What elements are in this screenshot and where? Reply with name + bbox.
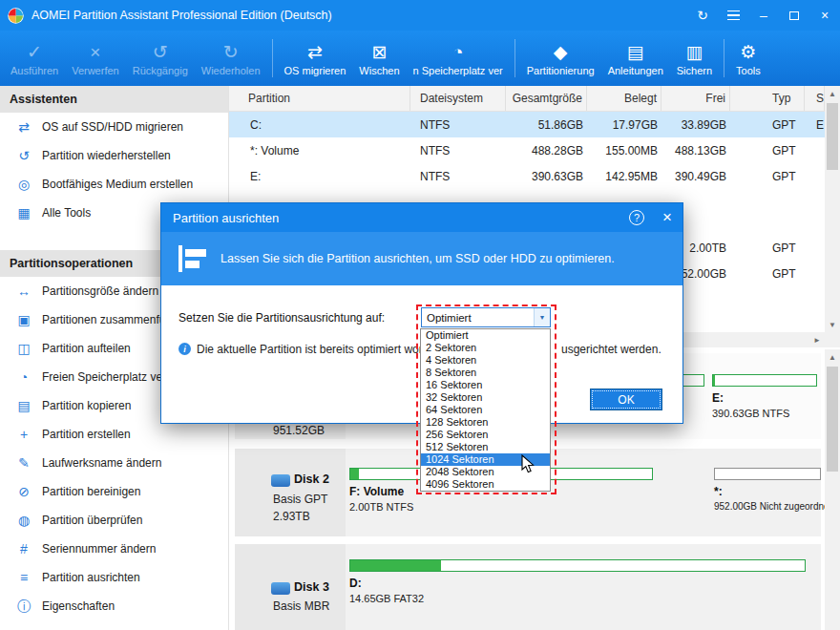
column-header-filesystem[interactable]: Dateisystem: [410, 86, 506, 111]
sidebar-item-create-partition[interactable]: + Partition erstellen: [0, 420, 228, 449]
toolbar-apply-button[interactable]: ✓ Ausführen: [4, 32, 65, 84]
app-logo: [8, 8, 24, 24]
disk-icon: [271, 474, 290, 487]
scrollbar-thumb[interactable]: [827, 103, 838, 170]
column-header-total-size[interactable]: Gesamtgröße: [506, 86, 587, 111]
apply-icon: ✓: [27, 41, 42, 63]
disk-area-vertical-scrollbar[interactable]: ▲: [825, 349, 840, 630]
dialog-close-icon[interactable]: ×: [652, 203, 682, 232]
partition-box-unallocated[interactable]: *: 952.00GB Nicht zugeordnet: [714, 468, 821, 512]
dropdown-option[interactable]: 128 Sektoren: [421, 416, 550, 429]
dropdown-option[interactable]: 4096 Sektoren: [421, 478, 550, 491]
dialog-title: Partition ausrichten: [173, 211, 279, 225]
sidebar-item-change-serial-number[interactable]: # Seriennummer ändern: [0, 535, 228, 563]
disk-size: 951.52GB: [273, 424, 325, 437]
tutorials-icon: ▤: [627, 41, 644, 63]
toolbar-backup-button[interactable]: ▥ Sichern: [670, 32, 719, 84]
table-row[interactable]: E: NTFS 390.63GB 142.95MB 390.49GB GPT: [229, 163, 825, 189]
partition-box-e[interactable]: E: 390.63GB NTFS: [712, 374, 817, 419]
dropdown-option[interactable]: 512 Sektoren: [421, 441, 550, 453]
column-header-free[interactable]: Frei: [662, 86, 730, 111]
column-header-used[interactable]: Belegt: [587, 86, 662, 111]
menu-icon[interactable]: [718, 0, 748, 31]
partition-box-d[interactable]: D: 14.65GB FAT32: [349, 559, 806, 604]
toolbar-redo-button[interactable]: ↻ Wiederholen: [195, 32, 267, 84]
close-button[interactable]: ×: [809, 0, 840, 31]
partition-bar: [714, 468, 821, 480]
toolbar-undo-button[interactable]: ↺ Rückgängig: [126, 32, 195, 84]
sidebar-item-restore-partition[interactable]: ↺ Partition wiederherstellen: [0, 141, 228, 170]
toolbar-allocate-space-button[interactable]: ◔ n Speicherplatz ver: [407, 32, 510, 84]
help-icon[interactable]: ?: [629, 210, 644, 225]
toolbar-separator: [724, 39, 724, 77]
resize-partition-icon: ↔: [15, 283, 32, 300]
dropdown-option[interactable]: 16 Sektoren: [421, 379, 550, 391]
dropdown-option[interactable]: 4 Sektoren: [421, 354, 550, 367]
dropdown-option[interactable]: 2 Sektoren: [421, 342, 550, 354]
window-controls: ↻ – ×: [687, 0, 840, 31]
scroll-up-icon[interactable]: ▲: [825, 86, 840, 101]
dropdown-option[interactable]: Optimiert: [421, 329, 550, 342]
sidebar-item-migrate-os[interactable]: ⇄ OS auf SSD/HDD migrieren: [0, 113, 228, 141]
sidebar-item-properties[interactable]: ⓘ Eigenschaften: [0, 592, 228, 620]
disk-partitions: D: 14.65GB FAT32: [346, 544, 821, 630]
sidebar-item-align-partition[interactable]: ≡ Partition ausrichten: [0, 563, 228, 592]
wipe-icon: ⊠: [371, 41, 387, 63]
dialog-banner: Lassen Sie sich die Partition ausrichten…: [161, 232, 682, 285]
scroll-right-icon[interactable]: ►: [809, 332, 825, 347]
toolbar-discard-button[interactable]: × Verwerfen: [65, 32, 126, 84]
redo-icon: ↻: [223, 41, 239, 63]
sidebar-item-wipe-partition[interactable]: ⊘ Partition bereinigen: [0, 477, 228, 506]
table-row[interactable]: *: Volume NTFS 488.28GB 155.00MB 488.13G…: [229, 137, 825, 163]
toolbar-tools-button[interactable]: ⚙ Tools: [729, 32, 767, 84]
column-header-type[interactable]: Typ: [730, 86, 805, 111]
migrate-os-icon: ⇄: [15, 118, 32, 136]
table-vertical-scrollbar[interactable]: ▲ ▼: [825, 86, 840, 332]
info-text-right: usgerichtet werden.: [561, 343, 662, 356]
dropdown-option[interactable]: 256 Sektoren: [421, 429, 550, 441]
ok-button[interactable]: OK: [590, 388, 662, 410]
sidebar-item-bootable-media[interactable]: ◎ Bootfähiges Medium erstellen: [0, 170, 228, 199]
all-tools-icon: ▦: [15, 204, 32, 221]
sidebar-item-check-partition[interactable]: ◍ Partition überprüfen: [0, 506, 228, 535]
dropdown-option[interactable]: 2048 Sektoren: [421, 466, 550, 478]
dropdown-option[interactable]: 32 Sektoren: [421, 391, 550, 404]
dropdown-option-selected[interactable]: 1024 Sektoren: [421, 453, 550, 466]
split-partition-icon: ◫: [15, 340, 32, 357]
scroll-up-icon[interactable]: ▲: [825, 349, 840, 365]
allocate-free-space-icon: ◔: [15, 368, 32, 386]
disk-size: 2.93TB: [273, 510, 310, 523]
toolbar-tutorials-button[interactable]: ▤ Anleitungen: [601, 32, 670, 84]
dropdown-value: Optimiert: [422, 312, 534, 324]
properties-icon: ⓘ: [15, 598, 32, 615]
toolbar-separator: [514, 39, 515, 77]
tools-icon: ⚙: [740, 41, 756, 63]
wipe-partition-icon: ⊘: [15, 483, 32, 500]
minimize-button[interactable]: –: [748, 0, 779, 31]
window-title: AOMEI Partition Assistant Professional E…: [32, 9, 332, 22]
table-row[interactable]: C: NTFS 51.86GB 17.97GB 33.89GB GPT E: [229, 112, 825, 137]
maximize-button[interactable]: [779, 0, 809, 31]
sidebar-item-change-drive-label[interactable]: ✎ Laufwerksname ändern: [0, 449, 228, 477]
scroll-down-icon[interactable]: ▼: [825, 317, 840, 332]
disk-info: Disk 3 Basis MBR: [235, 544, 346, 630]
align-partition-icon: ≡: [15, 569, 32, 586]
scrollbar-thumb[interactable]: [827, 367, 838, 472]
table-header: Partition Dateisystem Gesamtgröße Belegt…: [229, 86, 825, 112]
toolbar: ✓ Ausführen × Verwerfen ↺ Rückgängig ↻ W…: [0, 31, 840, 86]
dropdown-option[interactable]: 64 Sektoren: [421, 404, 550, 416]
column-header-partition[interactable]: Partition: [229, 86, 410, 111]
merge-partitions-icon: ▣: [15, 311, 32, 328]
serial-number-icon: #: [15, 540, 32, 557]
alignment-dropdown[interactable]: Optimiert ▼: [421, 307, 551, 327]
refresh-icon[interactable]: ↻: [687, 0, 718, 31]
alignment-dropdown-list: Optimiert 2 Sektoren 4 Sektoren 8 Sektor…: [420, 328, 551, 492]
toolbar-wipe-button[interactable]: ⊠ Wischen: [352, 32, 406, 84]
titlebar: AOMEI Partition Assistant Professional E…: [0, 0, 840, 31]
dropdown-option[interactable]: 8 Sektoren: [421, 367, 550, 379]
toolbar-partitioning-button[interactable]: ◆ Partitionierung: [520, 32, 601, 84]
backup-icon: ▥: [685, 41, 703, 63]
toolbar-migrate-os-button[interactable]: ⇄ OS migrieren: [278, 32, 353, 84]
chevron-down-icon[interactable]: ▼: [534, 308, 550, 326]
column-header-status[interactable]: S: [805, 86, 825, 111]
